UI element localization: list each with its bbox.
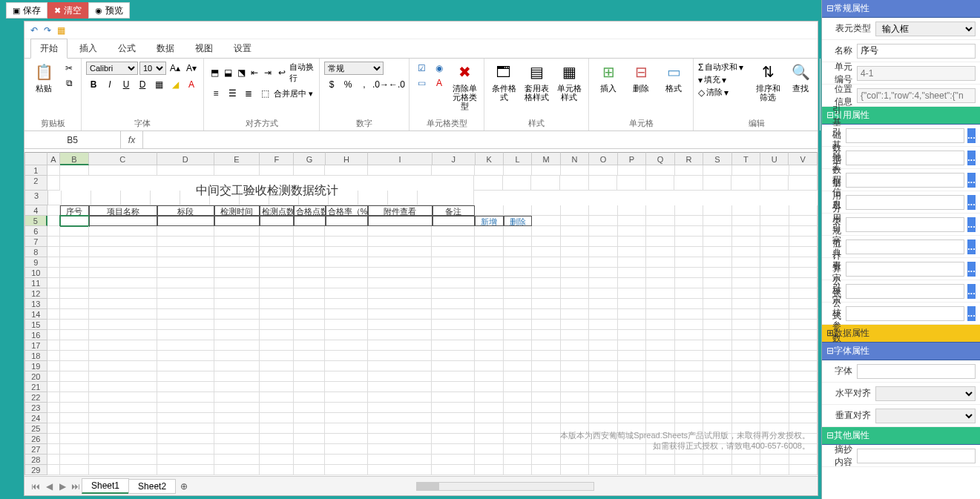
align-middle-button[interactable]: ⬓ — [222, 66, 234, 79]
cell[interactable] — [504, 288, 533, 299]
percent-button[interactable]: % — [341, 78, 355, 91]
cell[interactable] — [675, 465, 704, 475]
cell[interactable] — [532, 413, 561, 423]
cell[interactable] — [561, 330, 590, 340]
number-format-select[interactable]: 常规 — [324, 62, 384, 75]
cell[interactable] — [504, 226, 533, 237]
cell[interactable] — [47, 465, 60, 475]
cell[interactable] — [504, 403, 533, 413]
cell[interactable] — [532, 423, 561, 434]
cell[interactable] — [675, 403, 704, 413]
cell[interactable] — [89, 434, 157, 444]
cell[interactable] — [789, 309, 818, 320]
cell[interactable] — [260, 268, 294, 278]
tab-settings[interactable]: 设置 — [225, 39, 260, 58]
cell[interactable] — [432, 226, 475, 237]
cell[interactable] — [325, 257, 368, 268]
cell[interactable] — [325, 371, 368, 382]
cell[interactable] — [432, 165, 475, 176]
cell[interactable] — [294, 330, 325, 340]
cell[interactable] — [475, 351, 504, 361]
cell[interactable] — [532, 257, 561, 268]
row-header-25[interactable]: 25 — [24, 423, 47, 434]
cell[interactable] — [214, 257, 260, 268]
cell[interactable] — [646, 465, 675, 475]
cell[interactable] — [504, 165, 533, 176]
cell[interactable] — [703, 361, 732, 371]
cell[interactable] — [60, 330, 89, 340]
cell[interactable] — [589, 216, 617, 226]
save-button[interactable]: ▣保存 — [6, 2, 47, 19]
ref-proj-input[interactable] — [846, 173, 964, 188]
prop-name-input[interactable] — [857, 44, 976, 59]
cell[interactable] — [60, 165, 89, 176]
cell[interactable] — [561, 371, 590, 382]
cell[interactable] — [47, 288, 60, 299]
cell[interactable] — [646, 176, 675, 191]
cell[interactable] — [260, 320, 294, 330]
cell[interactable] — [325, 278, 368, 288]
cell[interactable] — [214, 371, 260, 382]
cell[interactable] — [618, 392, 647, 403]
cell[interactable] — [432, 382, 475, 392]
cell[interactable] — [60, 278, 89, 288]
cell[interactable] — [157, 299, 214, 309]
cell[interactable] — [432, 413, 475, 423]
font-size-select[interactable]: 10 — [139, 62, 166, 75]
cell[interactable] — [504, 268, 533, 278]
cell[interactable] — [60, 320, 89, 330]
cell[interactable] — [475, 237, 504, 247]
row-header-7[interactable]: 7 — [24, 237, 47, 247]
cell[interactable] — [589, 268, 618, 278]
cell[interactable] — [760, 309, 789, 320]
cell[interactable] — [89, 392, 157, 403]
cell[interactable] — [47, 257, 60, 268]
cell[interactable] — [294, 165, 325, 176]
cell[interactable] — [504, 205, 532, 216]
cell[interactable] — [589, 392, 618, 403]
cell[interactable] — [368, 226, 432, 237]
cell[interactable] — [47, 176, 60, 191]
cell[interactable] — [618, 205, 646, 216]
cell[interactable] — [368, 361, 432, 371]
cell[interactable] — [294, 288, 325, 299]
cell[interactable] — [732, 226, 761, 237]
cell[interactable] — [646, 413, 675, 423]
cell[interactable] — [60, 455, 89, 465]
cell[interactable] — [157, 237, 214, 247]
cell[interactable] — [532, 309, 561, 320]
tab-data[interactable]: 数据 — [148, 39, 183, 58]
cell[interactable] — [561, 288, 590, 299]
cell[interactable] — [703, 237, 732, 247]
cell[interactable] — [432, 361, 475, 371]
cell-style-button[interactable]: ▦单元格样式 — [554, 62, 584, 102]
cell[interactable] — [504, 351, 533, 361]
cell[interactable] — [589, 247, 618, 257]
celltype-btn1[interactable]: ☑ — [414, 62, 429, 75]
cell[interactable] — [675, 361, 704, 371]
cell[interactable] — [618, 247, 647, 257]
cell[interactable] — [214, 413, 260, 423]
cell[interactable] — [432, 288, 475, 299]
cell[interactable] — [47, 309, 60, 320]
cell[interactable] — [157, 268, 214, 278]
cell[interactable] — [561, 340, 590, 351]
cell[interactable] — [561, 247, 590, 257]
cell[interactable] — [618, 237, 647, 247]
cell[interactable] — [760, 403, 789, 413]
cell[interactable] — [589, 205, 617, 216]
cell[interactable] — [325, 320, 368, 330]
cell[interactable] — [432, 247, 475, 257]
cell[interactable] — [214, 340, 260, 351]
italic-button[interactable]: I — [102, 78, 117, 91]
align-bottom-button[interactable]: ⬔ — [235, 66, 247, 79]
cell[interactable] — [294, 237, 325, 247]
tab-home[interactable]: 开始 — [30, 39, 68, 59]
cell[interactable] — [703, 371, 732, 382]
cell[interactable] — [532, 382, 561, 392]
cell[interactable] — [157, 309, 214, 320]
cell[interactable] — [589, 176, 618, 191]
cell[interactable] — [561, 392, 590, 403]
cell[interactable] — [60, 434, 89, 444]
cell[interactable] — [504, 371, 533, 382]
